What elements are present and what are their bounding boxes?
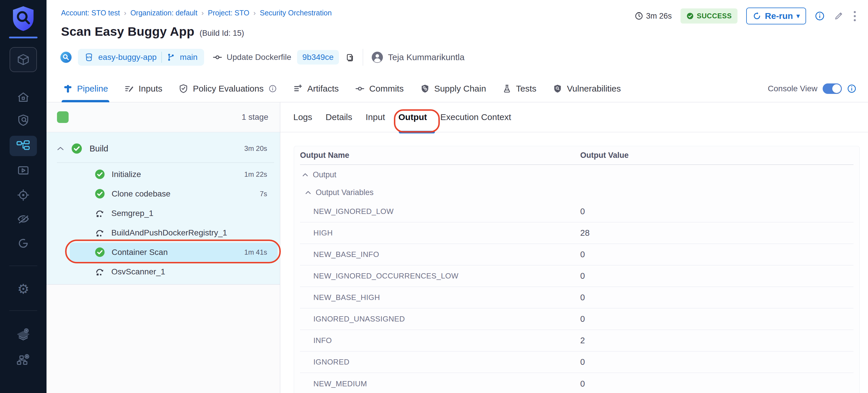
shield-check-icon bbox=[179, 84, 188, 94]
step-row-container-scan[interactable]: Container Scan 1m 41s bbox=[46, 242, 280, 262]
tab-output[interactable]: Output bbox=[399, 112, 427, 122]
author: Teja Kummarikuntla bbox=[371, 51, 465, 63]
info-icon[interactable] bbox=[847, 84, 856, 93]
tab-details[interactable]: Details bbox=[326, 112, 352, 122]
power-icon bbox=[17, 237, 30, 250]
commit-icon bbox=[212, 53, 223, 62]
group-output[interactable]: Output bbox=[300, 165, 854, 184]
stage-count-label: 1 stage bbox=[242, 113, 268, 122]
target-icon bbox=[17, 188, 30, 202]
console-view-toggle[interactable] bbox=[823, 84, 842, 94]
copy-icon[interactable] bbox=[345, 52, 354, 62]
sidebar-item-exemptions[interactable] bbox=[0, 212, 46, 226]
step-row-osvscanner[interactable]: OsvScanner_1 bbox=[46, 262, 280, 281]
active-tab-underline bbox=[399, 131, 435, 133]
flask-icon bbox=[502, 84, 512, 94]
table-row: INFO 2 bbox=[300, 330, 854, 352]
stage-tree: Build 3m 20s Initialize 1m 22s bbox=[46, 132, 280, 284]
module-switcher-button[interactable] bbox=[0, 47, 46, 73]
step-row-clone-codebase[interactable]: Clone codebase 7s bbox=[46, 184, 280, 204]
sidebar-item-targets[interactable] bbox=[0, 188, 46, 202]
console-view-control: Console View bbox=[768, 84, 868, 94]
sidebar-item-enforcement[interactable] bbox=[0, 236, 46, 250]
home-icon bbox=[17, 91, 30, 104]
status-badge: SUCCESS bbox=[681, 8, 738, 24]
breadcrumb-project[interactable]: Project: STO bbox=[208, 9, 249, 17]
meta-divider bbox=[363, 49, 363, 66]
shield-search-icon bbox=[553, 84, 562, 94]
step-row-initialize[interactable]: Initialize 1m 22s bbox=[46, 164, 280, 184]
tab-execution-context[interactable]: Execution Context bbox=[440, 112, 511, 122]
output-table-card: Output Name Output Value Output Output V… bbox=[294, 146, 860, 393]
tab-input[interactable]: Input bbox=[366, 112, 385, 122]
execution-content: 1 stage Build 3m 20s bbox=[46, 102, 868, 393]
build-id: (Build Id: 15) bbox=[200, 29, 244, 38]
step-row-semgrep[interactable]: Semgrep_1 bbox=[46, 204, 280, 223]
tab-inputs[interactable]: Inputs bbox=[124, 75, 162, 102]
table-row: HIGH 28 bbox=[300, 222, 854, 244]
branch-icon bbox=[166, 53, 175, 62]
artifacts-icon bbox=[293, 84, 303, 94]
network-gear-icon bbox=[16, 352, 31, 367]
inputs-icon bbox=[124, 84, 134, 94]
sidebar-divider-2 bbox=[0, 309, 46, 312]
sidebar-item-governance[interactable] bbox=[0, 351, 46, 367]
info-icon[interactable] bbox=[815, 11, 825, 21]
chevron-right-icon: › bbox=[202, 9, 204, 17]
tab-pipeline[interactable]: Pipeline bbox=[63, 75, 108, 102]
breadcrumb-account[interactable]: Account: STO test bbox=[61, 9, 120, 17]
sidebar-item-executions[interactable] bbox=[0, 163, 46, 178]
stage-status-square bbox=[57, 111, 69, 123]
tab-commits[interactable]: Commits bbox=[355, 75, 403, 102]
breadcrumb-module[interactable]: Security Orchestration bbox=[260, 9, 332, 17]
more-options-icon[interactable] bbox=[852, 10, 857, 22]
skipped-icon bbox=[94, 267, 105, 277]
left-nav-sidebar: ⚙ bbox=[0, 0, 46, 393]
stage-name: Build bbox=[90, 144, 108, 153]
tab-artifacts[interactable]: Artifacts bbox=[293, 75, 339, 102]
sidebar-accent-divider bbox=[0, 37, 46, 38]
edit-pencil-icon[interactable] bbox=[833, 11, 844, 21]
layers-gear-icon bbox=[16, 327, 31, 341]
breadcrumb: Account: STO test › Organization: defaul… bbox=[61, 9, 332, 17]
tab-vulnerabilities[interactable]: Vulnerabilities bbox=[553, 75, 621, 102]
group-output-variables[interactable]: Output Variables bbox=[300, 184, 854, 201]
chevron-right-icon: › bbox=[124, 9, 126, 17]
author-name: Teja Kummarikuntla bbox=[388, 52, 465, 62]
success-check-icon bbox=[94, 188, 105, 199]
rerun-button[interactable]: Re-run ▾ bbox=[746, 7, 806, 24]
sidebar-item-pipelines-active[interactable] bbox=[0, 136, 46, 156]
sidebar-item-home[interactable] bbox=[0, 90, 46, 104]
table-row: IGNORED_UNASSIGNED 0 bbox=[300, 308, 854, 330]
table-row: NEW_IGNORED_LOW 0 bbox=[300, 201, 854, 222]
branch-name[interactable]: main bbox=[180, 53, 198, 62]
skipped-icon bbox=[94, 228, 105, 238]
tab-policy-evaluations[interactable]: Policy Evaluations bbox=[179, 75, 276, 102]
avatar-icon bbox=[371, 51, 383, 63]
info-icon[interactable] bbox=[269, 85, 277, 93]
repo-name[interactable]: easy-buggy-app bbox=[98, 53, 157, 62]
success-check-icon bbox=[94, 247, 105, 258]
tab-logs[interactable]: Logs bbox=[293, 112, 312, 122]
check-circle-icon bbox=[686, 12, 694, 20]
sidebar-item-default-settings[interactable] bbox=[0, 326, 46, 342]
executions-icon bbox=[17, 164, 30, 177]
step-row-build-and-push[interactable]: BuildAndPushDockerRegistry_1 bbox=[46, 223, 280, 242]
commit-sha[interactable]: 9b349ce bbox=[297, 50, 339, 64]
shield-search-icon bbox=[17, 113, 30, 127]
chevron-right-icon: › bbox=[253, 9, 256, 17]
sidebar-item-settings[interactable]: ⚙ bbox=[0, 281, 46, 297]
chevron-up-icon[interactable] bbox=[57, 146, 64, 151]
tab-tests[interactable]: Tests bbox=[502, 75, 536, 102]
sto-module-circle-icon bbox=[60, 51, 72, 63]
skipped-icon bbox=[94, 208, 105, 219]
breadcrumb-organization[interactable]: Organization: default bbox=[130, 9, 197, 17]
step-list: Initialize 1m 22s Clone codebase 7s bbox=[46, 163, 280, 284]
clock-icon bbox=[634, 11, 643, 20]
sidebar-item-overview[interactable] bbox=[0, 113, 46, 127]
header-actions: 3m 26s SUCCESS Re-run ▾ bbox=[634, 7, 857, 24]
tab-supply-chain[interactable]: Supply Chain bbox=[420, 75, 486, 102]
stage-row-build[interactable]: Build 3m 20s bbox=[46, 134, 280, 162]
stage-panel-header: 1 stage bbox=[46, 102, 280, 132]
step-detail-panel: Logs Details Input Output Execution Cont… bbox=[280, 102, 868, 393]
